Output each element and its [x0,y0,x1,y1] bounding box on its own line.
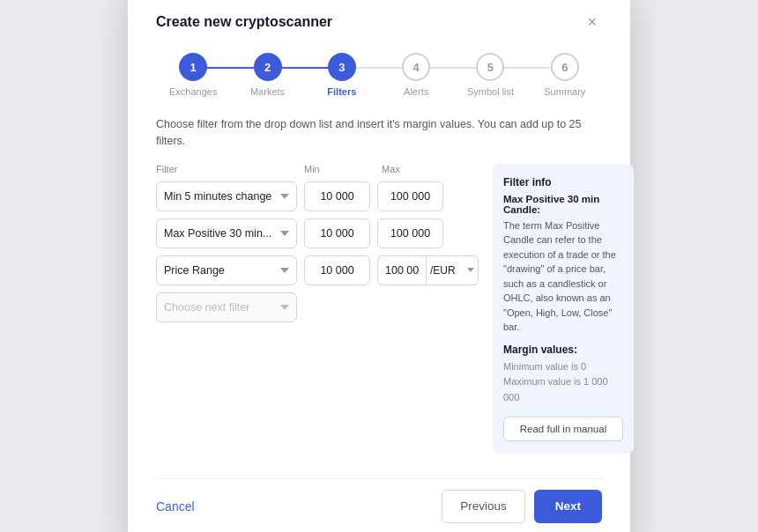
filter-info-title: Filter info [503,176,623,188]
step-circle-3: 3 [328,53,356,81]
cancel-button[interactable]: Cancel [156,499,195,514]
filter-info-margin-vals: Minimum value is 0 Maximum value is 1 00… [503,359,623,406]
step-label-5: Symbol list [467,86,514,97]
filter-info-item-title: Max Positive 30 min Candle: [503,194,623,215]
next-button[interactable]: Next [534,490,602,523]
close-button[interactable]: × [582,12,602,32]
filter-min-1[interactable] [304,181,370,211]
filter-row-2: Max Positive 30 min... [156,218,479,248]
step-circle-2: 2 [254,53,282,81]
step-item-3: 3 Filters [305,53,379,97]
filter-info-max-val: Maximum value is 1 000 000 [503,374,623,405]
modal-overlay: Create new cryptoscanner × 1 Exchanges 2… [0,0,758,532]
step-label-1: Exchanges [169,86,217,97]
filter-info-desc: The term Max Positive Candle can refer t… [503,218,623,335]
filter-col-headers: Filter Min Max [156,164,479,174]
content-area: Filter Min Max Min 5 minutes change Max … [156,164,602,454]
modal-header: Create new cryptoscanner × [156,12,602,32]
modal-title: Create new cryptoscanner [156,14,332,30]
stepper: 1 Exchanges 2 Markets 3 Filters [156,53,602,97]
filter-info-min-val: Minimum value is 0 [503,359,623,375]
read-manual-button[interactable]: Read full in manual [503,417,623,441]
previous-button[interactable]: Previous [442,490,525,523]
filter-info-panel: Filter info Max Positive 30 min Candle: … [493,164,634,454]
next-filter-select[interactable]: Choose next filter [156,292,297,322]
filter-suffix-group: /EUR /BTC /USDT [377,255,479,285]
filter-max-3[interactable] [377,255,426,285]
filter-max-2[interactable] [377,218,443,248]
instructions: Choose filter from the drop down list an… [156,116,602,150]
col-header-max: Max [382,164,452,174]
modal: Create new cryptoscanner × 1 Exchanges 2… [128,0,630,532]
step-item-6: 6 Summary [528,53,602,97]
step-item-1: 1 Exchanges [156,53,230,97]
filter-row-1: Min 5 minutes change [156,181,479,211]
filter-select-2[interactable]: Max Positive 30 min... [156,218,297,248]
filters-section: Filter Min Max Min 5 minutes change Max … [156,164,479,454]
step-label-2: Markets [250,86,285,97]
filter-max-1[interactable] [377,181,443,211]
step-item-5: 5 Symbol list [453,53,527,97]
filter-min-2[interactable] [304,218,370,248]
filter-select-1[interactable]: Min 5 minutes change [156,181,297,211]
modal-footer: Cancel Previous Next [156,478,602,523]
step-label-4: Alerts [404,86,428,97]
footer-right: Previous Next [442,490,602,523]
filter-eur-select[interactable]: /EUR /BTC /USDT [426,255,479,285]
step-circle-4: 4 [402,53,430,81]
step-item-4: 4 Alerts [379,53,453,97]
col-header-min: Min [304,164,375,174]
step-circle-5: 5 [476,53,504,81]
filter-row-3: Price Range /EUR /BTC /USDT [156,255,479,285]
step-circle-1: 1 [179,53,207,81]
filter-row-next: Choose next filter [156,292,479,322]
step-label-6: Summary [544,86,585,97]
step-label-3: Filters [327,86,356,97]
step-item-2: 2 Markets [230,53,304,97]
filter-select-3[interactable]: Price Range [156,255,297,285]
step-circle-6: 6 [551,53,579,81]
filter-info-margin-title: Margin values: [503,344,623,356]
filter-min-3[interactable] [304,255,370,285]
col-header-filter: Filter [156,164,297,174]
